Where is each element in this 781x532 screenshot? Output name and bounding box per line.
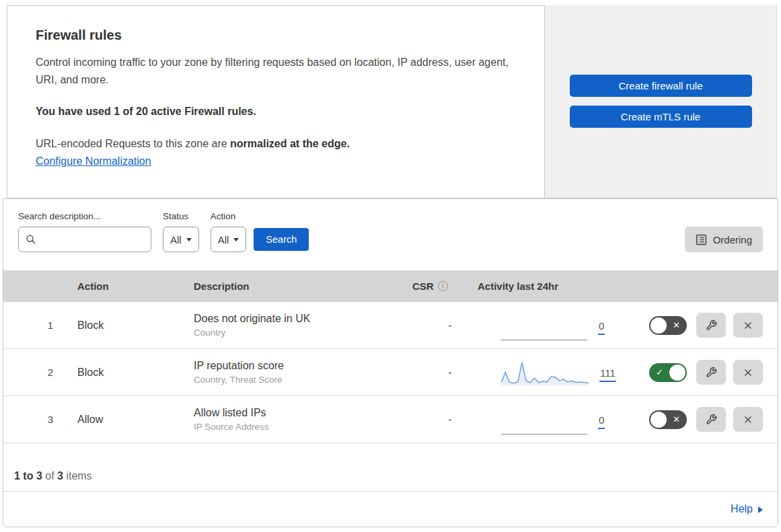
- ordering-button[interactable]: Ordering: [685, 227, 763, 252]
- create-mtls-rule-button[interactable]: Create mTLS rule: [570, 106, 752, 128]
- rule-description: Does not originate in UK Country: [180, 313, 402, 338]
- edit-rule-button[interactable]: [696, 360, 726, 385]
- close-icon: [742, 367, 754, 379]
- usage-statement: You have used 1 of 20 active Firewall ru…: [36, 106, 516, 118]
- table-row: 2 Block IP reputation score Country, Thr…: [3, 349, 778, 396]
- rule-csr-value: -: [402, 367, 471, 379]
- close-icon: [742, 414, 754, 426]
- rule-action: Block: [64, 367, 180, 379]
- create-firewall-rule-button[interactable]: Create firewall rule: [570, 75, 752, 97]
- page-description: Control incoming traffic to your zone by…: [36, 54, 516, 88]
- status-filter-group: Status All: [163, 211, 199, 252]
- items-label: items: [63, 470, 92, 482]
- rule-description-title: Does not originate in UK: [194, 313, 402, 325]
- search-field-group: Search description...: [18, 211, 151, 252]
- ordering-button-label: Ordering: [713, 234, 752, 245]
- chevron-down-icon: [186, 238, 192, 241]
- rule-description-title: Allow listed IPs: [194, 407, 402, 419]
- search-button[interactable]: Search: [254, 228, 309, 251]
- toggle-knob: [650, 412, 667, 428]
- normalization-prefix: URL-encoded Requests to this zone are: [36, 138, 230, 149]
- info-icon[interactable]: i: [438, 281, 448, 291]
- activity-flat-line: [501, 405, 587, 434]
- rule-csr-value: -: [402, 414, 471, 426]
- wrench-icon: [706, 414, 717, 425]
- status-select[interactable]: All: [163, 227, 199, 252]
- rule-fields: IP Source Address: [194, 422, 402, 432]
- action-label: Action: [211, 211, 247, 221]
- action-filter-group: Action All: [211, 211, 247, 252]
- status-label: Status: [163, 211, 199, 221]
- toggle-x-icon: ✕: [673, 316, 680, 335]
- edit-rule-button[interactable]: [696, 313, 726, 338]
- rule-action: Block: [64, 319, 180, 332]
- rule-priority: 3: [3, 414, 64, 425]
- rule-enabled-toggle[interactable]: ✓ ✕: [649, 316, 687, 335]
- activity-flat-line: [501, 311, 587, 340]
- pagination-summary: 1 to 3 of 3 items: [3, 443, 778, 492]
- toggle-knob: [650, 317, 667, 334]
- rule-controls: ✓ ✕: [632, 407, 778, 432]
- csr-header-label: CSR: [412, 280, 434, 292]
- help-footer: Help: [3, 492, 778, 527]
- wrench-icon: [706, 319, 717, 331]
- help-arrow-icon: [758, 506, 763, 513]
- rule-csr-value: -: [402, 319, 471, 332]
- rule-description: Allow listed IPs IP Source Address: [180, 407, 402, 432]
- status-selected-value: All: [170, 234, 182, 245]
- list-ordering-icon: [696, 234, 707, 245]
- description-column-header: Description: [180, 280, 402, 292]
- table-row: 3 Allow Allow listed IPs IP Source Addre…: [3, 396, 778, 443]
- activity-count-link[interactable]: 0: [598, 320, 605, 335]
- normalization-bold: normalized at the edge.: [230, 138, 350, 149]
- normalization-statement: URL-encoded Requests to this zone are no…: [36, 136, 516, 153]
- delete-rule-button[interactable]: [733, 407, 763, 432]
- rule-activity-cell: 111: [471, 359, 632, 386]
- delete-rule-button[interactable]: [733, 313, 763, 338]
- edit-rule-button[interactable]: [696, 407, 726, 432]
- help-link[interactable]: Help: [731, 503, 753, 515]
- rule-description: IP reputation score Country, Threat Scor…: [180, 360, 402, 385]
- csr-column-header: CSR i: [402, 280, 471, 292]
- rule-enabled-toggle[interactable]: ✓ ✕: [649, 363, 687, 382]
- chevron-down-icon: [233, 238, 239, 241]
- close-icon: [742, 319, 754, 332]
- delete-rule-button[interactable]: [733, 360, 763, 385]
- items-total: 3: [57, 470, 63, 482]
- top-section: Firewall rules Control incoming traffic …: [0, 0, 781, 198]
- rule-fields: Country: [194, 328, 402, 338]
- actions-panel: Create firewall rule Create mTLS rule: [545, 5, 777, 198]
- intro-card: Firewall rules Control incoming traffic …: [7, 5, 545, 198]
- toggle-x-icon: ✕: [673, 410, 680, 429]
- rule-priority: 2: [3, 367, 64, 378]
- rule-fields: Country, Threat Score: [194, 375, 402, 385]
- toggle-check-icon: ✓: [656, 363, 663, 382]
- page-title: Firewall rules: [36, 28, 516, 43]
- search-input[interactable]: [42, 234, 144, 245]
- action-select[interactable]: All: [211, 227, 247, 252]
- rule-activity-cell: 0: [471, 311, 632, 340]
- rule-activity-cell: 0: [471, 405, 632, 434]
- table-header-row: Action Description CSR i Activity last 2…: [3, 270, 778, 302]
- rule-priority: 1: [3, 319, 64, 331]
- firewall-rules-page: Firewall rules Control incoming traffic …: [0, 0, 781, 532]
- items-range: 1 to 3: [14, 470, 42, 482]
- rule-description-title: IP reputation score: [194, 360, 402, 372]
- rule-controls: ✓ ✕: [632, 360, 778, 385]
- action-selected-value: All: [218, 234, 229, 245]
- search-icon: [26, 234, 36, 245]
- table-row: 1 Block Does not originate in UK Country…: [3, 302, 778, 349]
- rule-enabled-toggle[interactable]: ✓ ✕: [649, 410, 687, 429]
- activity-count-link[interactable]: 111: [599, 367, 616, 382]
- rule-controls: ✓ ✕: [632, 313, 778, 338]
- filter-bar: Search description... Status All Action …: [3, 199, 778, 252]
- rules-table: Action Description CSR i Activity last 2…: [3, 270, 778, 443]
- activity-sparkline: [501, 359, 589, 386]
- activity-column-header: Activity last 24hr: [471, 280, 632, 292]
- search-label: Search description...: [18, 211, 151, 221]
- configure-normalization-link[interactable]: Configure Normalization: [36, 155, 151, 167]
- search-box[interactable]: [18, 227, 151, 252]
- items-of-text: of: [42, 470, 57, 482]
- activity-count-link[interactable]: 0: [598, 414, 605, 429]
- wrench-icon: [706, 367, 717, 378]
